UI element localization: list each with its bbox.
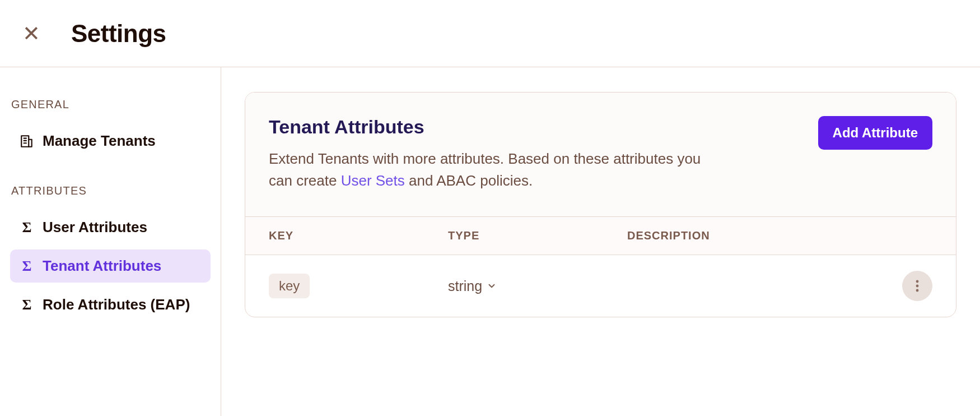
sidebar-item-label: Manage Tenants bbox=[43, 132, 156, 150]
table-row: key string bbox=[245, 255, 956, 317]
table-header-row: KEY TYPE DESCRIPTION bbox=[245, 217, 956, 255]
sidebar-item-role-attributes[interactable]: Σ Role Attributes (EAP) bbox=[10, 288, 211, 321]
col-header-type: TYPE bbox=[448, 229, 627, 242]
svg-point-6 bbox=[916, 289, 919, 292]
card-header: Tenant Attributes Extend Tenants with mo… bbox=[245, 93, 956, 217]
attribute-type-select[interactable]: string bbox=[448, 278, 627, 294]
building-icon bbox=[19, 133, 35, 149]
sidebar-item-user-attributes[interactable]: Σ User Attributes bbox=[10, 211, 211, 244]
add-attribute-button[interactable]: Add Attribute bbox=[818, 116, 932, 150]
attribute-type-value: string bbox=[448, 278, 482, 294]
card-title: Tenant Attributes bbox=[269, 116, 728, 138]
sidebar-item-label: User Attributes bbox=[43, 219, 147, 236]
close-icon[interactable]: ✕ bbox=[22, 23, 40, 44]
main-content: Tenant Attributes Extend Tenants with mo… bbox=[221, 67, 980, 416]
sidebar-section-attributes: ATTRIBUTES bbox=[11, 184, 211, 197]
sigma-icon: Σ bbox=[19, 258, 35, 274]
page-title: Settings bbox=[71, 20, 166, 48]
sigma-icon: Σ bbox=[19, 297, 35, 313]
sidebar-item-label: Tenant Attributes bbox=[43, 257, 161, 275]
kebab-icon bbox=[916, 280, 919, 292]
settings-sidebar: GENERAL Manage Tenants ATTRIBUTES Σ User… bbox=[0, 67, 221, 416]
sidebar-item-label: Role Attributes (EAP) bbox=[43, 296, 190, 313]
settings-header: ✕ Settings bbox=[0, 0, 980, 67]
card-description: Extend Tenants with more attributes. Bas… bbox=[269, 148, 728, 192]
chevron-down-icon bbox=[487, 281, 497, 291]
user-sets-link[interactable]: User Sets bbox=[341, 172, 405, 189]
svg-point-4 bbox=[916, 280, 919, 283]
col-header-description: DESCRIPTION bbox=[627, 229, 893, 242]
svg-point-5 bbox=[916, 285, 919, 288]
tenant-attributes-card: Tenant Attributes Extend Tenants with mo… bbox=[245, 92, 956, 317]
sigma-icon: Σ bbox=[19, 220, 35, 235]
row-actions-menu[interactable] bbox=[902, 271, 932, 301]
col-header-key: KEY bbox=[269, 229, 448, 242]
sidebar-item-manage-tenants[interactable]: Manage Tenants bbox=[10, 124, 211, 158]
attribute-key-chip: key bbox=[269, 274, 310, 298]
sidebar-section-general: GENERAL bbox=[11, 98, 211, 111]
sidebar-item-tenant-attributes[interactable]: Σ Tenant Attributes bbox=[10, 249, 211, 283]
card-desc-text: and ABAC policies. bbox=[405, 172, 533, 189]
